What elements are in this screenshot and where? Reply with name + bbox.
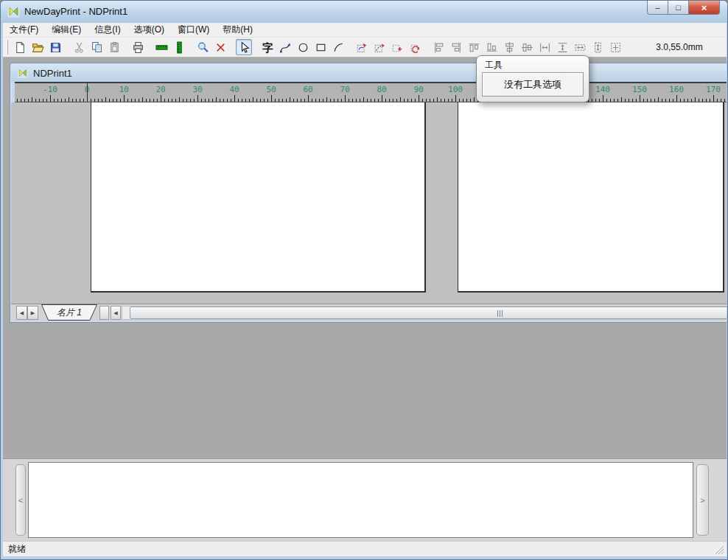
ruler-tick: [308, 95, 309, 102]
print-button[interactable]: [130, 39, 146, 55]
ruler-tick: [35, 99, 36, 102]
card-page-1[interactable]: [91, 102, 426, 293]
maximize-button[interactable]: □: [668, 1, 688, 15]
menu-item-edit[interactable]: 编辑(E): [45, 22, 88, 38]
ruler-tick: [32, 97, 32, 102]
rotate-reset-button[interactable]: [407, 39, 423, 55]
ruler-tick: [21, 99, 21, 102]
ruler-tick: [216, 97, 217, 102]
ruler-tick: [109, 99, 110, 102]
new-button[interactable]: [12, 39, 28, 55]
tab-spare-button[interactable]: [99, 306, 109, 320]
new-icon: [14, 41, 27, 54]
save-button[interactable]: [47, 39, 63, 55]
panel-scroll-right-button[interactable]: >: [696, 464, 709, 536]
object-list-box[interactable]: [28, 462, 693, 538]
distribute-vertical-icon: [556, 41, 569, 54]
minimize-button[interactable]: –: [647, 1, 668, 15]
ruler-tick: [190, 99, 191, 102]
ruler-tick: [279, 99, 279, 102]
resize-grip-icon[interactable]: [714, 545, 724, 554]
ruler-v-button[interactable]: [171, 39, 187, 55]
ruler-tick: [304, 99, 305, 102]
align-bottom-icon: [486, 41, 498, 54]
ruler-tick: [24, 99, 25, 102]
ruler-tick: [448, 99, 449, 102]
tab-prev-button[interactable]: ◀: [16, 306, 27, 320]
menu-item-info[interactable]: 信息(I): [88, 22, 127, 38]
skew-object-button[interactable]: [371, 39, 388, 55]
ruler-label: 70: [340, 85, 349, 94]
delete-button[interactable]: [212, 39, 228, 55]
menu-item-help[interactable]: 帮助(H): [216, 22, 259, 38]
menu-item-file[interactable]: 文件(F): [3, 22, 45, 38]
add-node-icon: [391, 41, 404, 54]
toolbar-group: [430, 39, 624, 55]
coordinate-display: 3.0,55.0mm: [630, 42, 727, 52]
rotate-object-button[interactable]: [354, 39, 370, 55]
ruler-tick: [135, 99, 136, 102]
document-title: NDPrint1: [33, 68, 72, 79]
skew-object-icon: [374, 41, 386, 54]
menu-item-window[interactable]: 窗口(W): [171, 22, 216, 38]
ruler-tick: [702, 99, 703, 102]
hscroll-left-button[interactable]: ◀: [111, 306, 121, 320]
copy-button[interactable]: [88, 39, 105, 55]
sheet-tab-active[interactable]: 名片 1: [41, 304, 98, 321]
save-icon: [49, 41, 62, 54]
ruler-tick: [253, 97, 253, 102]
polyline-button[interactable]: [277, 39, 293, 55]
rotate-object-icon: [356, 41, 368, 54]
same-height-icon: [592, 41, 604, 54]
ruler-tick: [356, 99, 357, 102]
ruler-tick: [341, 99, 342, 102]
same-width-icon: [574, 41, 587, 54]
panel-scroll-left-button[interactable]: <: [15, 464, 26, 536]
menu-item-options[interactable]: 选项(O): [127, 22, 171, 38]
ruler-tick: [614, 99, 615, 102]
horizontal-scrollbar-thumb[interactable]: [130, 307, 727, 319]
ruler-tick: [245, 99, 246, 102]
zoom-button[interactable]: [195, 39, 211, 55]
ruler-tick: [651, 99, 651, 102]
ruler-tick: [98, 99, 99, 102]
arc-button[interactable]: [330, 39, 346, 55]
ruler-label: 80: [377, 85, 386, 94]
ellipse-button[interactable]: [295, 39, 311, 55]
ruler-tick: [658, 97, 659, 102]
ruler-tick: [175, 99, 176, 102]
close-button[interactable]: ×: [688, 1, 720, 15]
rect-icon: [315, 41, 327, 54]
align-right-button: [448, 39, 464, 55]
ruler-tick: [400, 97, 401, 102]
status-bar: 就绪: [3, 541, 727, 556]
ruler-tick: [455, 95, 456, 102]
ruler-tick: [717, 99, 718, 102]
polyline-icon: [279, 41, 292, 54]
paste-icon: [108, 41, 121, 54]
card-page-2[interactable]: [458, 102, 724, 293]
cursor-button[interactable]: [236, 39, 252, 55]
ruler-label: 160: [669, 85, 684, 94]
document-titlebar[interactable]: NDPrint1: [11, 64, 727, 82]
ruler-tick: [323, 99, 323, 102]
titlebar[interactable]: NewDayPrint - NDPrint1 –□×: [1, 1, 727, 23]
tab-next-button[interactable]: ▶: [27, 306, 38, 320]
ruler-tick: [256, 99, 257, 102]
toolbar-grip[interactable]: [7, 40, 8, 55]
text-button[interactable]: 字: [259, 39, 276, 55]
horizontal-scrollbar[interactable]: [122, 306, 727, 320]
ruler-tick: [116, 99, 117, 102]
menu-bar: 文件(F)编辑(E)信息(I)选项(O)窗口(W)帮助(H): [3, 23, 727, 38]
ruler-tick: [691, 99, 692, 102]
open-button[interactable]: [29, 39, 46, 55]
ruler-tick: [326, 97, 327, 102]
rect-button[interactable]: [312, 39, 329, 55]
ruler-tick: [150, 99, 150, 102]
ruler-h-button[interactable]: [153, 39, 169, 55]
sheet-tab-label: 名片 1: [41, 307, 98, 319]
app-logo-icon: [7, 5, 20, 18]
align-top-button: [466, 39, 482, 55]
add-node-button[interactable]: [389, 39, 405, 55]
arc-icon: [332, 41, 345, 54]
